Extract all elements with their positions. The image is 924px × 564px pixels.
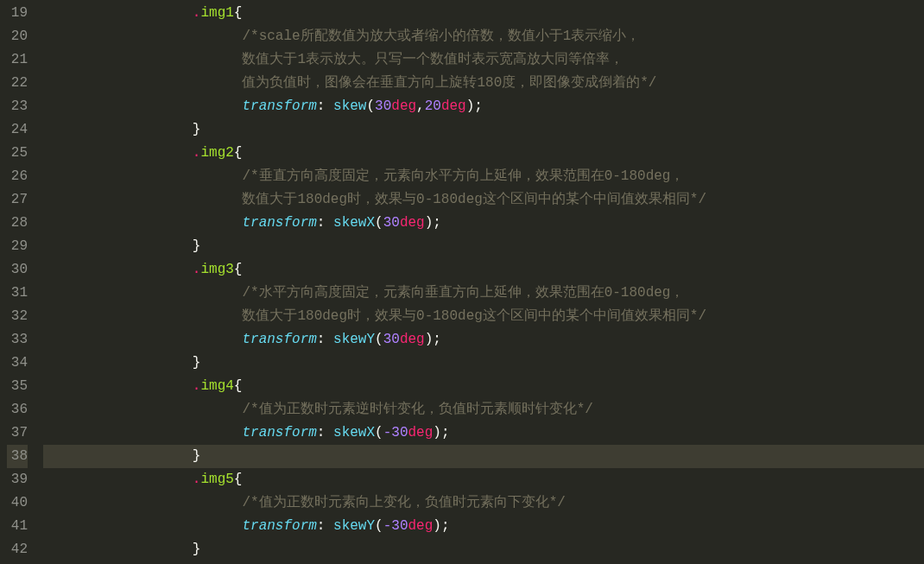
code-line[interactable]: 值为负值时，图像会在垂直方向上旋转180度，即图像变成倒着的*/	[43, 72, 924, 95]
line-number: 21	[7, 48, 28, 72]
code-area[interactable]: .img1{ /*scale所配数值为放大或者缩小的倍数，数值小于1表示缩小， …	[43, 0, 924, 564]
line-number: 23	[7, 95, 28, 118]
line-number: 32	[7, 305, 28, 328]
code-line[interactable]: transform: skewY(30deg);	[43, 328, 924, 352]
code-line[interactable]: transform: skewX(30deg);	[43, 212, 924, 235]
line-number: 34	[7, 352, 28, 375]
code-line[interactable]: /*垂直方向高度固定，元素向水平方向上延伸，效果范围在0-180deg，	[43, 165, 924, 188]
code-line[interactable]: }	[43, 118, 924, 142]
code-line[interactable]: }	[43, 538, 924, 561]
line-number: 37	[7, 421, 28, 445]
line-number: 30	[7, 258, 28, 282]
code-line[interactable]: transform: skew(30deg,20deg);	[43, 95, 924, 118]
code-line[interactable]: /*水平方向高度固定，元素向垂直方向上延伸，效果范围在0-180deg，	[43, 282, 924, 305]
line-number: 20	[7, 25, 28, 48]
line-number: 24	[7, 118, 28, 142]
line-number: 42	[7, 538, 28, 561]
line-number: 38	[7, 445, 28, 468]
code-line[interactable]: transform: skewY(-30deg);	[43, 515, 924, 538]
code-line[interactable]: .img3{	[43, 258, 924, 282]
line-number: 31	[7, 282, 28, 305]
code-line[interactable]: .img1{	[43, 2, 924, 25]
code-line[interactable]: .img4{	[43, 375, 924, 398]
line-number: 25	[7, 142, 28, 165]
line-number: 35	[7, 375, 28, 398]
code-line[interactable]: 数值大于180deg时，效果与0-180deg这个区间中的某个中间值效果相同*/	[43, 188, 924, 212]
line-number: 39	[7, 468, 28, 491]
code-line[interactable]: /*scale所配数值为放大或者缩小的倍数，数值小于1表示缩小，	[43, 25, 924, 48]
line-number: 27	[7, 188, 28, 212]
code-line[interactable]: 数值大于1表示放大。只写一个数值时表示宽高放大同等倍率，	[43, 48, 924, 72]
line-number: 33	[7, 328, 28, 352]
code-line[interactable]: .img5{	[43, 468, 924, 491]
code-line[interactable]: 数值大于180deg时，效果与0-180deg这个区间中的某个中间值效果相同*/	[43, 305, 924, 328]
line-number: 40	[7, 491, 28, 515]
code-line[interactable]: }	[43, 445, 924, 468]
code-line[interactable]: .img2{	[43, 142, 924, 165]
line-number: 28	[7, 212, 28, 235]
line-number-gutter: 1920212223242526272829303132333435363738…	[0, 0, 43, 564]
code-line[interactable]: transform: skewX(-30deg);	[43, 421, 924, 445]
line-number: 41	[7, 515, 28, 538]
line-number: 36	[7, 398, 28, 421]
code-line[interactable]: /*值为正数时元素逆时针变化，负值时元素顺时针变化*/	[43, 398, 924, 421]
line-number: 19	[7, 2, 28, 25]
code-editor: 1920212223242526272829303132333435363738…	[0, 0, 924, 564]
line-number: 22	[7, 72, 28, 95]
code-line[interactable]: }	[43, 352, 924, 375]
line-number: 26	[7, 165, 28, 188]
code-line[interactable]: }	[43, 235, 924, 258]
line-number: 29	[7, 235, 28, 258]
code-line[interactable]: /*值为正数时元素向上变化，负值时元素向下变化*/	[43, 491, 924, 515]
